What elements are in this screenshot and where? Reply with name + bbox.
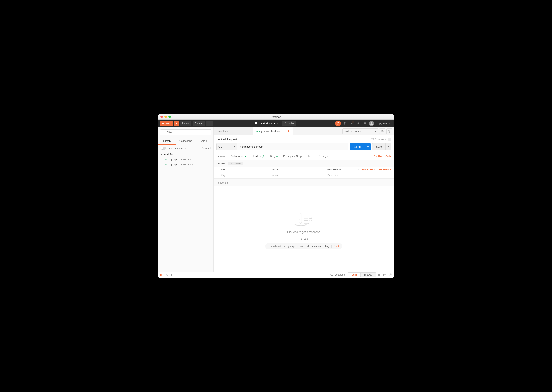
svg-point-15 bbox=[382, 131, 383, 132]
headers-empty-row[interactable]: Key Value Description bbox=[213, 172, 394, 179]
app-window: Postman New Import Runner + My Workspace bbox=[158, 114, 394, 278]
tab-params[interactable]: Params bbox=[216, 153, 225, 160]
panel-toggle-button[interactable] bbox=[160, 274, 163, 276]
save-button[interactable]: Save bbox=[372, 143, 386, 150]
clear-all-button[interactable]: Clear all bbox=[202, 147, 211, 150]
send-button[interactable]: Send bbox=[350, 143, 365, 150]
tab-collections[interactable]: Collections bbox=[177, 137, 195, 145]
upgrade-button[interactable]: Upgrade bbox=[375, 121, 392, 126]
svg-line-23 bbox=[389, 132, 389, 132]
environment-label: No Environment bbox=[345, 130, 362, 133]
tab-history[interactable]: History bbox=[158, 137, 177, 145]
bootcamp-button[interactable]: Bootcamp bbox=[330, 273, 345, 276]
tab-settings[interactable]: Settings bbox=[319, 153, 328, 160]
url-input[interactable] bbox=[237, 143, 348, 150]
workspace-selector[interactable]: My Workspace bbox=[252, 121, 281, 126]
import-button[interactable]: Import bbox=[180, 121, 191, 126]
dots-icon bbox=[302, 131, 304, 132]
tab-tests[interactable]: Tests bbox=[307, 153, 314, 160]
env-quicklook-button[interactable] bbox=[379, 128, 385, 134]
main-panel: Launchpad GET jsonplaceholder.com bbox=[213, 127, 394, 272]
hidden-headers-pill[interactable]: 8 hidden bbox=[228, 162, 243, 165]
two-pane-icon bbox=[378, 274, 381, 276]
filter-box bbox=[160, 129, 211, 135]
method-select[interactable]: GET bbox=[216, 143, 237, 150]
tab-body[interactable]: Body bbox=[270, 153, 278, 160]
new-button[interactable]: New bbox=[160, 121, 173, 126]
svg-point-39 bbox=[166, 274, 168, 275]
console-button[interactable] bbox=[171, 274, 174, 276]
tab-menu-button[interactable] bbox=[300, 129, 305, 134]
sync-icon bbox=[337, 122, 340, 125]
comments-label: Comments bbox=[375, 138, 386, 141]
tab-headers[interactable]: Headers (8) bbox=[251, 153, 265, 160]
plus-icon bbox=[162, 122, 164, 125]
avatar-button[interactable] bbox=[369, 121, 374, 126]
find-button[interactable] bbox=[166, 274, 169, 276]
history-date-group[interactable]: April 28 bbox=[158, 152, 213, 157]
window-manager-button[interactable]: + bbox=[206, 121, 213, 126]
help-button[interactable]: ? bbox=[389, 273, 392, 276]
save-dropdown-button[interactable] bbox=[386, 143, 391, 150]
runner-button[interactable]: Runner bbox=[192, 121, 205, 126]
svg-rect-28 bbox=[304, 214, 308, 223]
add-tab-button[interactable] bbox=[294, 129, 300, 134]
layout-button[interactable] bbox=[378, 274, 381, 276]
description-cell[interactable]: Description bbox=[327, 174, 391, 177]
tab-request-active[interactable]: GET jsonplaceholder.com bbox=[253, 127, 293, 135]
tab-authorization[interactable]: Authorization bbox=[230, 153, 247, 160]
for-you-divider: For you bbox=[266, 238, 341, 240]
response-empty-text: Hit Send to get a response bbox=[287, 231, 320, 234]
value-cell[interactable]: Value bbox=[272, 174, 327, 177]
send-dropdown-button[interactable] bbox=[365, 143, 371, 150]
tab-launchpad[interactable]: Launchpad bbox=[213, 127, 253, 135]
tab-prerequest[interactable]: Pre-request Script bbox=[283, 153, 303, 160]
new-dropdown-button[interactable] bbox=[174, 121, 179, 126]
save-responses-label: Save Responses bbox=[168, 147, 186, 150]
build-mode-button[interactable]: Build bbox=[348, 273, 361, 277]
svg-rect-44 bbox=[380, 274, 381, 276]
avatar-icon bbox=[370, 122, 373, 125]
svg-rect-37 bbox=[161, 274, 163, 276]
bulk-edit-link[interactable]: Bulk Edit bbox=[362, 168, 375, 171]
cookies-link[interactable]: Cookies bbox=[374, 155, 382, 158]
svg-line-22 bbox=[390, 132, 390, 132]
key-cell[interactable]: Key bbox=[216, 174, 272, 177]
invite-button[interactable]: Invite bbox=[282, 121, 296, 126]
close-window-button[interactable] bbox=[160, 116, 163, 118]
request-tabs: Params Authorization Headers (8) Body Pr… bbox=[213, 153, 394, 160]
svg-line-24 bbox=[390, 130, 390, 131]
notifications-button[interactable] bbox=[349, 121, 354, 126]
favorites-button[interactable] bbox=[362, 121, 368, 126]
tab-apis[interactable]: APIs bbox=[195, 137, 213, 145]
hidden-label: 8 hidden bbox=[233, 162, 241, 165]
table-options-button[interactable]: ••• bbox=[357, 168, 360, 171]
filter-input[interactable] bbox=[160, 129, 211, 135]
comments-button[interactable]: Comments 0 bbox=[371, 138, 391, 141]
bell-button[interactable] bbox=[355, 121, 361, 126]
invite-label: Invite bbox=[288, 122, 294, 125]
satellite-button[interactable] bbox=[342, 121, 347, 126]
tab-label: Launchpad bbox=[217, 130, 228, 133]
presets-link[interactable]: Presets bbox=[378, 168, 391, 171]
history-item[interactable]: GET jsonplaceholder.com bbox=[158, 162, 213, 167]
titlebar-title: Postman bbox=[158, 115, 394, 118]
minimize-window-button[interactable] bbox=[164, 116, 167, 118]
environment-selector[interactable]: No Environment bbox=[342, 128, 378, 134]
save-responses-toggle[interactable] bbox=[161, 147, 166, 150]
lesson-text: Learn how to debug requests and perform … bbox=[269, 245, 329, 247]
settings-button[interactable] bbox=[386, 128, 392, 134]
lesson-start-button[interactable]: Start bbox=[331, 245, 339, 247]
svg-point-12 bbox=[302, 131, 302, 132]
svg-point-26 bbox=[294, 224, 306, 225]
maximize-window-button[interactable] bbox=[168, 116, 171, 118]
method-label: GET bbox=[219, 145, 224, 148]
history-item[interactable]: GET jsonplaceholder.co bbox=[158, 157, 213, 162]
status-dot-icon bbox=[276, 156, 278, 157]
keyboard-shortcuts-button[interactable] bbox=[383, 274, 386, 276]
comments-count: 0 bbox=[388, 138, 391, 141]
browse-mode-button[interactable]: Browse bbox=[361, 273, 376, 277]
history-item-url: jsonplaceholder.co bbox=[171, 158, 191, 161]
code-link[interactable]: Code bbox=[385, 155, 391, 158]
sync-button[interactable] bbox=[335, 121, 341, 126]
